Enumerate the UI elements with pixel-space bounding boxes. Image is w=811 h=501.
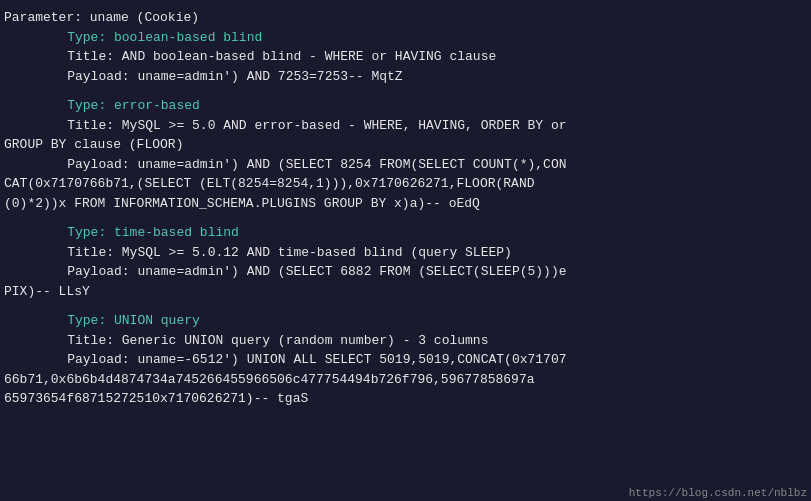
line-3: Title: AND boolean-based blind - WHERE o… (4, 47, 807, 67)
line-12: Title: MySQL >= 5.0.12 AND time-based bl… (4, 243, 807, 263)
line-18: 66b71,0x6b6b4d4874734a745266455966506c47… (4, 370, 807, 390)
line-16: Title: Generic UNION query (random numbe… (4, 331, 807, 351)
line-5: Type: error-based (4, 96, 807, 116)
line-4: Payload: uname=admin') AND 7253=7253-- M… (4, 67, 807, 87)
line-14: PIX)-- LLsY (4, 282, 807, 302)
line-1: Parameter: uname (Cookie) (4, 8, 807, 28)
line-8: Payload: uname=admin') AND (SELECT 8254 … (4, 155, 807, 175)
watermark: https://blog.csdn.net/nblbz (629, 487, 807, 499)
terminal-window: Parameter: uname (Cookie) Type: boolean-… (0, 0, 811, 501)
line-13: Payload: uname=admin') AND (SELECT 6882 … (4, 262, 807, 282)
line-6: Title: MySQL >= 5.0 AND error-based - WH… (4, 116, 807, 136)
line-11: Type: time-based blind (4, 223, 807, 243)
line-10: (0)*2))x FROM INFORMATION_SCHEMA.PLUGINS… (4, 194, 807, 214)
line-19: 65973654f68715272510x7170626271)-- tgaS (4, 389, 807, 409)
line-9: CAT(0x7170766b71,(SELECT (ELT(8254=8254,… (4, 174, 807, 194)
line-15: Type: UNION query (4, 311, 807, 331)
line-2: Type: boolean-based blind (4, 28, 807, 48)
line-17: Payload: uname=-6512') UNION ALL SELECT … (4, 350, 807, 370)
line-7: GROUP BY clause (FLOOR) (4, 135, 807, 155)
